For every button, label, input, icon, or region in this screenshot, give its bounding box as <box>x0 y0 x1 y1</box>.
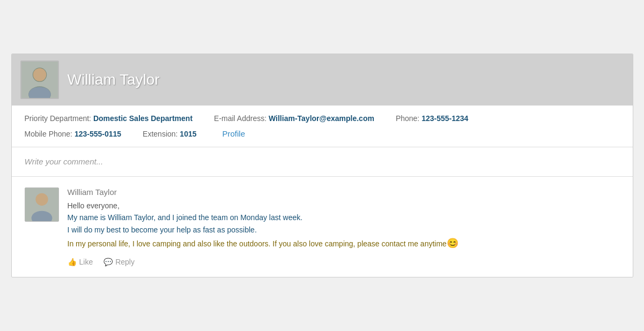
post-item: William Taylor Hello everyone, My name i… <box>25 187 620 266</box>
priority-dept-label: Priority Department: <box>25 114 91 123</box>
header-avatar <box>20 61 59 99</box>
extension-item: Extension: 1015 <box>143 130 196 138</box>
profile-card: William Taylor Priority Department: Dome… <box>11 54 633 277</box>
reply-button[interactable]: 💬 Reply <box>103 258 135 266</box>
post-line3: I will do my best to become your help as… <box>68 224 620 236</box>
info-row-2: Mobile Phone: 123-555-0115 Extension: 10… <box>25 129 620 138</box>
email-item: E-mail Address: William-Taylor@example.c… <box>214 114 374 123</box>
phone-item: Phone: 123-555-1234 <box>396 114 468 123</box>
post-content: William Taylor Hello everyone, My name i… <box>68 187 620 266</box>
info-row-1: Priority Department: Domestic Sales Depa… <box>25 114 620 123</box>
like-button[interactable]: 👍 Like <box>68 258 93 266</box>
phone-label: Phone: <box>396 114 419 123</box>
reply-label: Reply <box>115 258 135 266</box>
info-section: Priority Department: Domestic Sales Depa… <box>12 106 633 147</box>
mobile-item: Mobile Phone: 123-555-0115 <box>25 130 122 138</box>
email-value: William-Taylor@example.com <box>269 114 374 123</box>
mobile-label: Mobile Phone: <box>25 130 73 138</box>
like-label: Like <box>79 258 93 266</box>
profile-header: William Taylor <box>12 54 633 106</box>
phone-value: 123-555-1234 <box>421 114 468 123</box>
extension-label: Extension: <box>143 130 177 138</box>
svg-point-6 <box>35 193 48 206</box>
post-author: William Taylor <box>68 187 620 197</box>
email-label: E-mail Address: <box>214 114 267 123</box>
reply-icon: 💬 <box>103 258 113 266</box>
post-line2: My name is William Taylor, and I joined … <box>68 212 620 223</box>
post-emoji: 😊 <box>447 238 458 249</box>
post-actions: 👍 Like 💬 Reply <box>68 258 620 266</box>
post-line4: In my personal life, I love camping and … <box>68 236 620 251</box>
svg-point-3 <box>33 68 46 81</box>
post-avatar <box>25 187 59 222</box>
post-section: William Taylor Hello everyone, My name i… <box>12 177 633 277</box>
header-name: William Taylor <box>68 71 160 88</box>
post-line1: Hello everyone, <box>68 200 620 212</box>
comment-placeholder: Write your comment... <box>25 157 103 166</box>
like-icon: 👍 <box>68 258 77 266</box>
mobile-value: 123-555-0115 <box>75 130 121 138</box>
profile-link[interactable]: Profile <box>223 129 246 138</box>
extension-value: 1015 <box>180 130 196 138</box>
priority-dept-value: Domestic Sales Department <box>93 114 193 123</box>
post-text: Hello everyone, My name is William Taylo… <box>68 200 620 251</box>
priority-dept-item: Priority Department: Domestic Sales Depa… <box>25 114 193 123</box>
comment-input-section[interactable]: Write your comment... <box>12 147 633 177</box>
